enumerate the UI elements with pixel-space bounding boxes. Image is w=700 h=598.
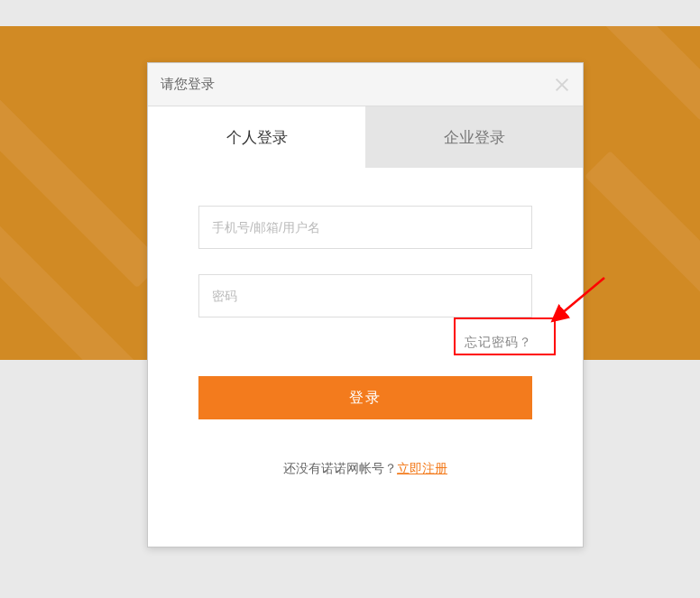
- login-button[interactable]: 登录: [198, 376, 532, 419]
- register-link[interactable]: 立即注册: [397, 461, 447, 475]
- close-icon[interactable]: [554, 77, 570, 93]
- login-modal: 请您登录 个人登录 企业登录 忘记密码？ 登录 还没有诺诺网帐号？立即注册: [147, 62, 584, 547]
- modal-title: 请您登录: [161, 76, 215, 93]
- register-prompt-row: 还没有诺诺网帐号？立即注册: [198, 461, 532, 477]
- login-form: 忘记密码？ 登录 还没有诺诺网帐号？立即注册: [148, 168, 583, 477]
- username-input[interactable]: [198, 206, 532, 249]
- password-input[interactable]: [198, 274, 532, 317]
- login-tabs: 个人登录 企业登录: [148, 106, 583, 168]
- forgot-password-link[interactable]: 忘记密码？: [465, 335, 532, 349]
- modal-header: 请您登录: [148, 63, 583, 106]
- tab-personal-login[interactable]: 个人登录: [148, 106, 365, 168]
- tab-enterprise-login[interactable]: 企业登录: [365, 106, 583, 168]
- register-prompt-text: 还没有诺诺网帐号？: [283, 461, 397, 475]
